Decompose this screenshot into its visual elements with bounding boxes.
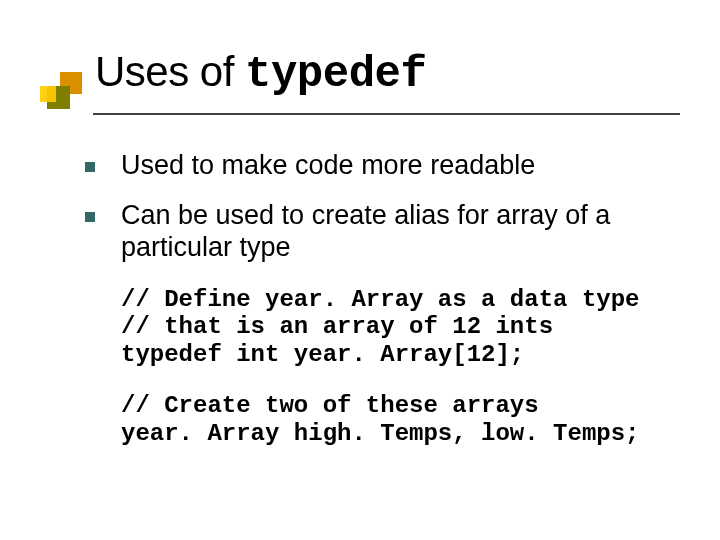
bullet-square-icon (85, 162, 95, 172)
bullet-text: Used to make code more readable (121, 150, 535, 180)
title-decoration-icon (40, 82, 84, 114)
slide-body: Used to make code more readable Can be u… (85, 150, 675, 448)
title-underline (93, 113, 680, 115)
bullet-square-icon (85, 212, 95, 222)
title-prefix: Uses of (95, 48, 245, 95)
title-area: Uses of typedef (40, 50, 690, 97)
bullet-item: Used to make code more readable (85, 150, 675, 182)
title-code: typedef (245, 49, 426, 99)
code-block: // Define year. Array as a data type // … (121, 286, 675, 369)
bullet-list: Used to make code more readable Can be u… (85, 150, 675, 264)
bullet-text: Can be used to create alias for array of… (121, 200, 610, 262)
slide-title: Uses of typedef (95, 50, 690, 97)
code-block: // Create two of these arrays year. Arra… (121, 392, 675, 447)
bullet-item: Can be used to create alias for array of… (85, 200, 675, 264)
slide: Uses of typedef Used to make code more r… (0, 0, 720, 540)
